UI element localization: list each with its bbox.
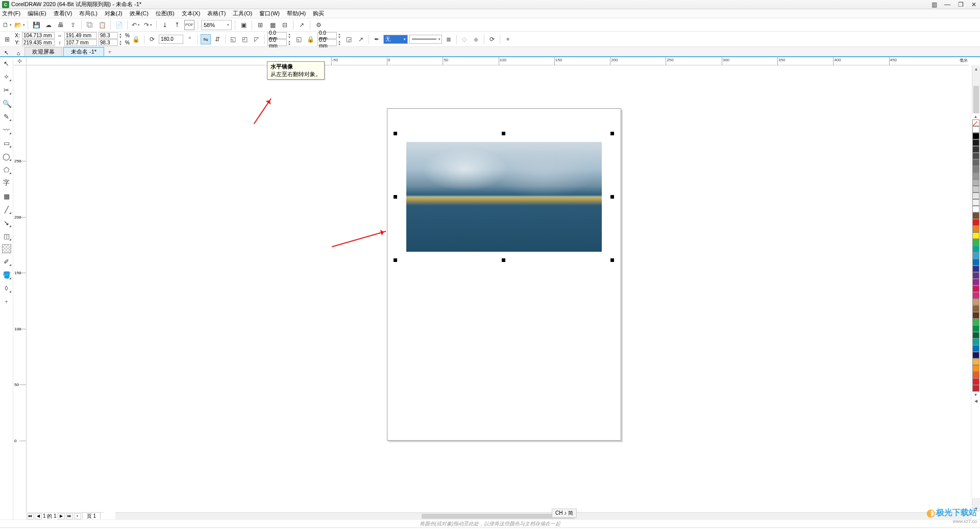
fullscreen-button[interactable]: ▣ bbox=[238, 20, 249, 30]
color-swatch[interactable] bbox=[972, 339, 979, 345]
color-swatch[interactable] bbox=[972, 206, 979, 212]
x-field[interactable]: 104.713 mm bbox=[22, 32, 55, 39]
color-swatch[interactable] bbox=[972, 325, 979, 332]
paste-button[interactable]: 📋 bbox=[97, 20, 107, 30]
redo-button[interactable]: ↷ bbox=[143, 20, 153, 30]
palette-down-button[interactable]: ▼ bbox=[974, 392, 978, 398]
last-page-button[interactable]: ⏭ bbox=[66, 513, 73, 519]
launch-button[interactable]: ↗ bbox=[297, 20, 307, 30]
front-button[interactable]: ◇ bbox=[459, 34, 470, 44]
menu-buy[interactable]: 购买 bbox=[313, 10, 324, 17]
color-swatch[interactable] bbox=[972, 126, 979, 133]
table-tool[interactable]: ▦ bbox=[2, 191, 12, 201]
minimize-button[interactable]: — bbox=[943, 1, 951, 8]
copy-button[interactable]: ⿻ bbox=[85, 20, 95, 30]
add-tab-button[interactable]: + bbox=[105, 48, 114, 56]
line-style-combo[interactable] bbox=[409, 35, 442, 44]
save-button[interactable]: 💾 bbox=[31, 20, 41, 30]
color-swatch[interactable] bbox=[972, 226, 979, 232]
menu-view[interactable]: 查看(V) bbox=[54, 10, 72, 17]
import-button[interactable]: ⤓ bbox=[160, 20, 170, 30]
mirror-vertical-button[interactable]: ⇵ bbox=[212, 34, 223, 44]
connector-tool[interactable]: ↘ bbox=[2, 218, 12, 228]
color-swatch[interactable] bbox=[972, 372, 979, 378]
spinner[interactable]: ▲▼ bbox=[119, 40, 124, 46]
print-button[interactable]: 🖶 bbox=[56, 20, 66, 30]
polygon-tool[interactable]: ⬠ bbox=[2, 164, 12, 175]
artistic-tool[interactable]: 〰 bbox=[2, 125, 12, 135]
menu-layout[interactable]: 布局(L) bbox=[79, 10, 97, 17]
shape-tool[interactable]: ✧ bbox=[2, 71, 12, 82]
transparency-tool[interactable] bbox=[2, 244, 11, 253]
page-tab[interactable]: 页 1 bbox=[82, 512, 101, 520]
prev-page-button[interactable]: ◀ bbox=[35, 513, 42, 519]
color-swatch[interactable] bbox=[972, 292, 979, 299]
color-swatch[interactable] bbox=[972, 352, 979, 358]
handle-bot-mid[interactable] bbox=[502, 258, 505, 262]
cloud-up-button[interactable]: ☁ bbox=[43, 20, 54, 30]
color-swatch[interactable] bbox=[972, 219, 979, 226]
canvas-area[interactable]: ⊹ 毫米 -50050100150200250300350400450 0501… bbox=[13, 57, 980, 519]
open-button[interactable]: 📂 bbox=[14, 20, 24, 30]
handle-top-left[interactable] bbox=[394, 132, 397, 135]
h-field[interactable]: 107.7 mm bbox=[64, 39, 97, 46]
color-swatch[interactable] bbox=[972, 179, 979, 186]
undo-button[interactable]: ↶ bbox=[131, 20, 141, 30]
corner-round-button[interactable]: ◱ bbox=[228, 34, 238, 44]
color-swatch[interactable] bbox=[972, 212, 979, 219]
w-field[interactable]: 191.49 mm bbox=[64, 32, 97, 39]
origin-icon[interactable]: ⊞ bbox=[2, 34, 12, 44]
color-swatch[interactable] bbox=[972, 193, 979, 199]
freehand-tool[interactable]: ✎ bbox=[2, 111, 12, 122]
text-tool[interactable]: 字 bbox=[2, 178, 12, 188]
fill-tool[interactable]: 🪣 bbox=[2, 270, 12, 280]
zoom-combo[interactable]: 58% bbox=[201, 20, 232, 30]
menu-edit[interactable]: 编辑(E) bbox=[28, 10, 46, 17]
lock-corners-button[interactable]: 🔒 bbox=[306, 34, 316, 44]
pick-tool-corner[interactable]: ↖ bbox=[0, 50, 12, 56]
color-swatch[interactable] bbox=[972, 279, 979, 285]
dropshadow-tool[interactable]: ◫ bbox=[2, 231, 12, 241]
y-field[interactable]: 219.435 mm bbox=[22, 39, 55, 46]
handle-mid-right[interactable] bbox=[610, 195, 614, 199]
add-page-button[interactable]: + bbox=[74, 513, 81, 519]
tab-welcome[interactable]: 欢迎屏幕 bbox=[24, 47, 62, 56]
maximize-button[interactable]: ❐ bbox=[957, 1, 965, 8]
snap-button[interactable]: ⊞ bbox=[255, 20, 265, 30]
outline-width-combo[interactable]: 无 bbox=[383, 35, 408, 44]
rotation-field[interactable]: 180.0 bbox=[159, 35, 183, 44]
menu-window[interactable]: 窗口(W) bbox=[259, 10, 280, 17]
ruler-origin[interactable]: ⊹ bbox=[13, 57, 27, 65]
add-tool-button[interactable]: + bbox=[2, 296, 12, 306]
corner-chamfer-button[interactable]: ◸ bbox=[252, 34, 262, 44]
menu-bitmap[interactable]: 位图(B) bbox=[156, 10, 175, 17]
clipboard-button[interactable]: 📄 bbox=[114, 20, 124, 30]
color-swatch[interactable] bbox=[972, 146, 979, 153]
export-button[interactable]: ⇪ bbox=[68, 20, 78, 30]
corner2-field[interactable]: 0.0 mm bbox=[267, 39, 287, 46]
handle-mid-left[interactable] bbox=[394, 195, 397, 199]
options-button[interactable]: ⚙ bbox=[313, 20, 324, 30]
color-swatch[interactable] bbox=[972, 378, 979, 385]
color-swatch[interactable] bbox=[972, 285, 979, 292]
layout-toggle-icon[interactable]: ▥ bbox=[930, 1, 938, 8]
wrap-text-button[interactable]: ≣ bbox=[444, 34, 454, 44]
convert-button[interactable]: ⟳ bbox=[487, 34, 497, 44]
color-swatch[interactable] bbox=[972, 153, 979, 159]
menu-file[interactable]: 文件(F) bbox=[2, 10, 20, 17]
back-button[interactable]: ◆ bbox=[471, 34, 481, 44]
scroll-up-icon[interactable]: ▲ bbox=[972, 65, 980, 73]
palette-flyout-button[interactable]: ◀ bbox=[974, 398, 977, 404]
color-swatch[interactable] bbox=[972, 272, 979, 279]
close-button[interactable]: ✕ bbox=[970, 1, 978, 8]
handle-top-right[interactable] bbox=[610, 132, 614, 135]
ime-indicator[interactable]: CH ♪ 简 bbox=[552, 509, 577, 518]
color-swatch[interactable] bbox=[972, 345, 979, 352]
grid-button[interactable]: ▦ bbox=[267, 20, 278, 30]
publish-pdf-button[interactable]: PDF bbox=[184, 20, 194, 30]
spinner[interactable]: ▲▼ bbox=[119, 33, 124, 39]
sy-field[interactable]: 98.3 bbox=[99, 39, 118, 46]
color-swatch[interactable] bbox=[972, 159, 979, 166]
color-swatch[interactable] bbox=[972, 139, 979, 146]
selected-image-object[interactable] bbox=[406, 142, 602, 252]
